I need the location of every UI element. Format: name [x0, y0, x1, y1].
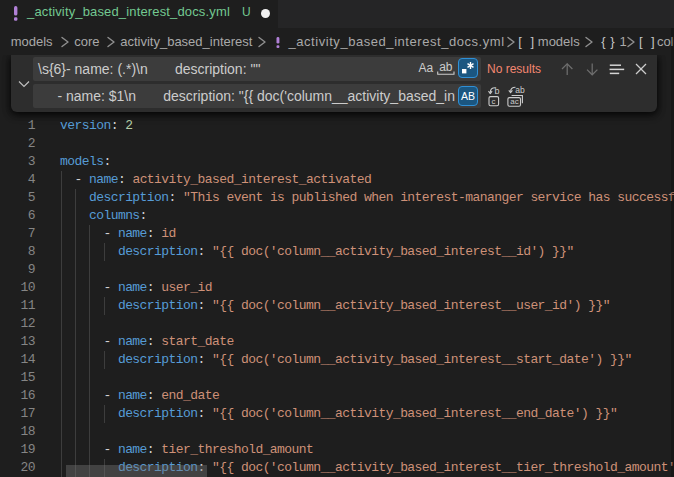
svg-text:ac: ac: [510, 97, 518, 106]
svg-text:ab: ab: [515, 85, 525, 95]
svg-text:c: c: [491, 97, 495, 106]
svg-text:ab: ab: [439, 60, 453, 74]
svg-text:b: b: [495, 86, 500, 96]
